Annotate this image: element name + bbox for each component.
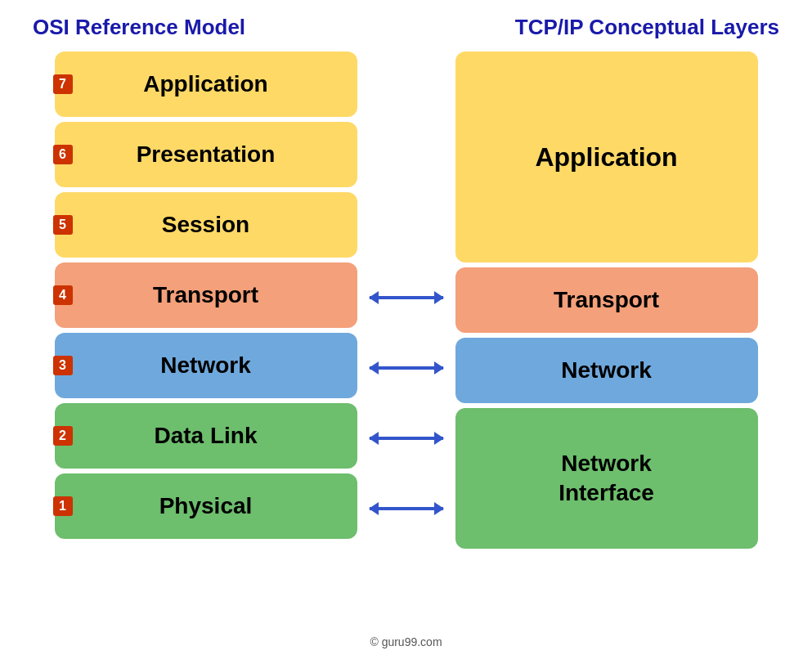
tcp-app-label: Application [535, 142, 677, 173]
osi-layer-3: 3 Network [55, 333, 357, 398]
copyright: © guru99.com [370, 635, 442, 648]
osi-network-label: Network [160, 352, 250, 379]
layer-number-1: 1 [53, 496, 73, 516]
osi-layer-7: 7 Application [55, 52, 357, 117]
arrow-column [357, 48, 455, 627]
osi-layer-6: 6 Presentation [55, 122, 357, 187]
physical-arrow-slot [370, 473, 443, 544]
osi-layer-1: 1 Physical [55, 473, 357, 539]
footer: © guru99.com [370, 635, 442, 655]
transport-arrow [370, 296, 443, 299]
tcp-netif: NetworkInterface [455, 408, 758, 549]
osi-layer-2: 2 Data Link [55, 403, 357, 469]
layer-number-5: 5 [53, 215, 73, 235]
osi-layer-4: 4 Transport [55, 262, 357, 328]
header: OSI Reference Model TCP/IP Conceptual La… [0, 0, 812, 48]
layer-number-4: 4 [53, 285, 73, 305]
osi-transport-label: Transport [153, 282, 258, 308]
osi-column: 7 Application 6 Presentation 5 Session 4… [55, 48, 357, 627]
osi-layer-5: 5 Session [55, 192, 357, 258]
osi-app-label: Application [143, 71, 267, 97]
tcp-app: Application [455, 52, 758, 262]
tcp-network-label: Network [561, 357, 651, 384]
layer-number-6: 6 [53, 145, 73, 164]
datalink-arrow-slot [370, 403, 443, 473]
osi-session-label: Session [162, 212, 249, 238]
osi-datalink-label: Data Link [154, 423, 257, 449]
tcpip-column: Application Transport Network NetworkInt… [455, 48, 758, 627]
physical-arrow [370, 507, 443, 510]
layer-number-3: 3 [53, 356, 73, 375]
osi-title: OSI Reference Model [33, 15, 245, 40]
transport-arrow-slot [370, 262, 443, 333]
network-arrow-slot [370, 333, 443, 403]
tcp-transport: Transport [455, 267, 758, 333]
tcp-transport-label: Transport [554, 287, 659, 313]
tcp-network: Network [455, 338, 758, 403]
osi-physical-label: Physical [159, 493, 253, 519]
network-arrow [370, 366, 443, 370]
tcp-netif-label: NetworkInterface [559, 449, 654, 509]
osi-present-label: Presentation [137, 141, 276, 168]
layer-number-7: 7 [53, 74, 73, 94]
diagram: 7 Application 6 Presentation 5 Session 4… [0, 48, 812, 635]
tcpip-title: TCP/IP Conceptual Layers [515, 15, 779, 40]
layer-number-2: 2 [53, 426, 73, 446]
datalink-arrow [370, 437, 443, 440]
